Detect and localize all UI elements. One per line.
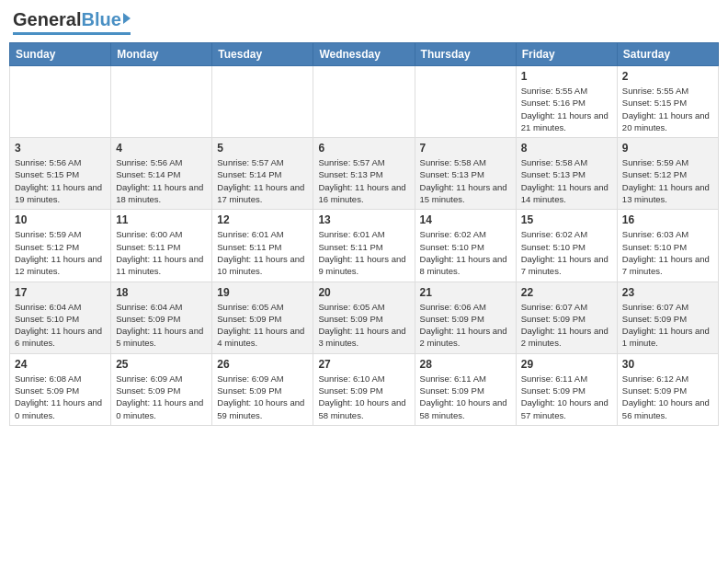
day-info: Sunrise: 6:10 AM Sunset: 5:09 PM Dayligh… [318,373,409,421]
day-number: 4 [116,142,207,155]
week-row-3: 10Sunrise: 5:59 AM Sunset: 5:12 PM Dayli… [10,210,719,282]
day-info: Sunrise: 5:56 AM Sunset: 5:14 PM Dayligh… [116,156,207,205]
day-number: 20 [318,286,409,299]
day-number: 12 [217,213,308,226]
day-info: Sunrise: 6:04 AM Sunset: 5:10 PM Dayligh… [15,301,106,350]
day-cell: 3Sunrise: 5:56 AM Sunset: 5:15 PM Daylig… [10,138,111,210]
day-cell [415,66,516,138]
day-info: Sunrise: 6:05 AM Sunset: 5:09 PM Dayligh… [318,301,409,350]
day-number: 21 [420,286,511,299]
day-info: Sunrise: 6:01 AM Sunset: 5:11 PM Dayligh… [318,228,409,277]
day-cell: 22Sunrise: 6:07 AM Sunset: 5:09 PM Dayli… [516,282,617,353]
day-cell: 8Sunrise: 5:58 AM Sunset: 5:13 PM Daylig… [516,138,617,210]
day-header-tuesday: Tuesday [212,43,313,66]
day-cell: 23Sunrise: 6:07 AM Sunset: 5:09 PM Dayli… [617,282,718,353]
week-row-5: 24Sunrise: 6:08 AM Sunset: 5:09 PM Dayli… [10,353,719,425]
day-cell: 17Sunrise: 6:04 AM Sunset: 5:10 PM Dayli… [10,282,111,353]
day-info: Sunrise: 5:59 AM Sunset: 5:12 PM Dayligh… [622,156,713,205]
week-row-1: 1Sunrise: 5:55 AM Sunset: 5:16 PM Daylig… [10,66,719,138]
day-info: Sunrise: 6:11 AM Sunset: 5:09 PM Dayligh… [521,373,612,421]
day-info: Sunrise: 5:55 AM Sunset: 5:15 PM Dayligh… [622,85,713,133]
day-number: 15 [521,213,612,226]
day-header-friday: Friday [516,43,617,66]
day-header-monday: Monday [111,43,212,66]
day-cell: 5Sunrise: 5:57 AM Sunset: 5:14 PM Daylig… [212,138,313,210]
day-number: 3 [15,142,106,155]
day-cell: 16Sunrise: 6:03 AM Sunset: 5:10 PM Dayli… [617,210,718,282]
logo-arrow-icon [123,13,131,24]
day-number: 28 [420,358,511,371]
day-cell: 21Sunrise: 6:06 AM Sunset: 5:09 PM Dayli… [415,282,516,353]
day-number: 19 [217,286,308,299]
day-number: 23 [622,286,713,299]
day-number: 7 [420,142,511,155]
logo-general-text: General [13,9,81,30]
day-cell: 18Sunrise: 6:04 AM Sunset: 5:09 PM Dayli… [111,282,212,353]
day-cell: 7Sunrise: 5:58 AM Sunset: 5:13 PM Daylig… [415,138,516,210]
logo-underline [13,32,131,35]
day-info: Sunrise: 5:56 AM Sunset: 5:15 PM Dayligh… [15,156,106,205]
day-info: Sunrise: 5:58 AM Sunset: 5:13 PM Dayligh… [521,156,612,205]
day-info: Sunrise: 6:07 AM Sunset: 5:09 PM Dayligh… [622,301,713,350]
day-cell: 19Sunrise: 6:05 AM Sunset: 5:09 PM Dayli… [212,282,313,353]
day-cell: 15Sunrise: 6:02 AM Sunset: 5:10 PM Dayli… [516,210,617,282]
logo: General Blue [13,9,131,35]
calendar-header: SundayMondayTuesdayWednesdayThursdayFrid… [10,43,719,66]
day-cell: 13Sunrise: 6:01 AM Sunset: 5:11 PM Dayli… [313,210,415,282]
day-info: Sunrise: 6:11 AM Sunset: 5:09 PM Dayligh… [420,373,511,421]
day-cell [10,66,111,138]
day-cell: 29Sunrise: 6:11 AM Sunset: 5:09 PM Dayli… [516,353,617,425]
day-info: Sunrise: 6:00 AM Sunset: 5:11 PM Dayligh… [116,228,207,277]
day-cell: 11Sunrise: 6:00 AM Sunset: 5:11 PM Dayli… [111,210,212,282]
day-cell: 28Sunrise: 6:11 AM Sunset: 5:09 PM Dayli… [415,353,516,425]
day-cell: 26Sunrise: 6:09 AM Sunset: 5:09 PM Dayli… [212,353,313,425]
day-cell: 25Sunrise: 6:09 AM Sunset: 5:09 PM Dayli… [111,353,212,425]
day-info: Sunrise: 6:03 AM Sunset: 5:10 PM Dayligh… [622,228,713,277]
day-header-saturday: Saturday [617,43,718,66]
day-number: 2 [622,70,713,83]
day-number: 6 [318,142,409,155]
day-info: Sunrise: 6:08 AM Sunset: 5:09 PM Dayligh… [15,373,106,421]
day-number: 22 [521,286,612,299]
day-number: 17 [15,286,106,299]
week-row-4: 17Sunrise: 6:04 AM Sunset: 5:10 PM Dayli… [10,282,719,353]
day-cell: 27Sunrise: 6:10 AM Sunset: 5:09 PM Dayli… [313,353,415,425]
day-cell: 12Sunrise: 6:01 AM Sunset: 5:11 PM Dayli… [212,210,313,282]
day-number: 25 [116,358,207,371]
day-number: 14 [420,213,511,226]
week-row-2: 3Sunrise: 5:56 AM Sunset: 5:15 PM Daylig… [10,138,719,210]
day-cell: 2Sunrise: 5:55 AM Sunset: 5:15 PM Daylig… [617,66,718,138]
day-info: Sunrise: 6:02 AM Sunset: 5:10 PM Dayligh… [521,228,612,277]
day-number: 9 [622,142,713,155]
day-info: Sunrise: 5:58 AM Sunset: 5:13 PM Dayligh… [420,156,511,205]
day-number: 5 [217,142,308,155]
day-info: Sunrise: 6:07 AM Sunset: 5:09 PM Dayligh… [521,301,612,350]
day-number: 13 [318,213,409,226]
day-info: Sunrise: 5:57 AM Sunset: 5:14 PM Dayligh… [217,156,308,205]
logo-blue-text: Blue [81,9,120,30]
day-number: 27 [318,358,409,371]
day-number: 26 [217,358,308,371]
day-info: Sunrise: 6:09 AM Sunset: 5:09 PM Dayligh… [217,373,308,421]
day-number: 30 [622,358,713,371]
day-info: Sunrise: 5:57 AM Sunset: 5:13 PM Dayligh… [318,156,409,205]
day-cell [212,66,313,138]
day-info: Sunrise: 6:09 AM Sunset: 5:09 PM Dayligh… [116,373,207,421]
day-cell: 1Sunrise: 5:55 AM Sunset: 5:16 PM Daylig… [516,66,617,138]
day-header-thursday: Thursday [415,43,516,66]
day-header-wednesday: Wednesday [313,43,415,66]
day-cell: 4Sunrise: 5:56 AM Sunset: 5:14 PM Daylig… [111,138,212,210]
day-info: Sunrise: 6:05 AM Sunset: 5:09 PM Dayligh… [217,301,308,350]
day-cell: 24Sunrise: 6:08 AM Sunset: 5:09 PM Dayli… [10,353,111,425]
day-number: 8 [521,142,612,155]
day-info: Sunrise: 6:04 AM Sunset: 5:09 PM Dayligh… [116,301,207,350]
calendar-body: 1Sunrise: 5:55 AM Sunset: 5:16 PM Daylig… [10,66,719,426]
day-info: Sunrise: 5:55 AM Sunset: 5:16 PM Dayligh… [521,85,612,133]
day-cell: 6Sunrise: 5:57 AM Sunset: 5:13 PM Daylig… [313,138,415,210]
day-info: Sunrise: 6:12 AM Sunset: 5:09 PM Dayligh… [622,373,713,421]
day-number: 24 [15,358,106,371]
day-cell: 14Sunrise: 6:02 AM Sunset: 5:10 PM Dayli… [415,210,516,282]
day-number: 18 [116,286,207,299]
day-info: Sunrise: 6:02 AM Sunset: 5:10 PM Dayligh… [420,228,511,277]
day-header-sunday: Sunday [10,43,111,66]
